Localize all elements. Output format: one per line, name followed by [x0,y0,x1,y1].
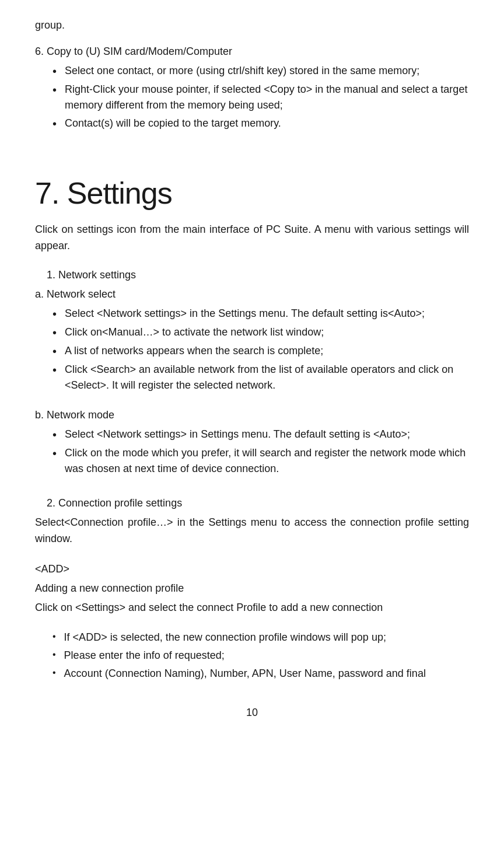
add-bullets: If <ADD> is selected, the new connection… [52,630,469,682]
network-mode-label: b. Network mode [35,407,469,423]
list-item: Right-Click your mouse pointer, if selec… [52,82,469,113]
network-mode-bullets: Select <Network settings> in Settings me… [52,427,469,477]
list-item: Click on<Manual…> to activate the networ… [52,324,469,341]
list-item: Select <Network settings> in the Setting… [52,306,469,322]
list-item: Please enter the info of requested; [52,648,469,663]
list-item: Click <Search> an available network from… [52,362,469,393]
list-item: Select <Network settings> in Settings me… [52,427,469,443]
add-text: Click on <Settings> and select the conne… [35,600,469,616]
section-6: 6. Copy to (U) SIM card/Modem/Computer S… [35,44,469,132]
list-item: If <ADD> is selected, the new connection… [52,630,469,645]
page-container: group. 6. Copy to (U) SIM card/Modem/Com… [35,18,469,721]
connection-profile-label: 2. Connection profile settings [47,495,469,511]
list-item: Click on the mode which you prefer, it w… [52,445,469,477]
section-6-bullets: Select one contact, or more (using ctrl/… [52,63,469,132]
list-item: A list of networks appears when the sear… [52,343,469,359]
network-select-label: a. Network select [35,286,469,302]
section-6-title: 6. Copy to (U) SIM card/Modem/Computer [35,44,469,60]
add-label: <ADD> [35,561,469,577]
add-title: Adding a new connection profile [35,581,469,596]
group-text: group. [35,18,469,33]
list-item: Account (Connection Naming), Number, APN… [52,666,469,682]
network-settings-label: 1. Network settings [47,267,469,283]
list-item: Contact(s) will be copied to the target … [52,116,469,132]
connection-profile-intro: Select<Connection profile…> in the Setti… [35,515,469,547]
list-item: Select one contact, or more (using ctrl/… [52,63,469,79]
section-7-intro: Click on settings icon from the main int… [35,222,469,254]
section-7-heading: 7. Settings [35,170,469,216]
page-number: 10 [35,705,469,721]
network-select-bullets: Select <Network settings> in the Setting… [52,306,469,393]
